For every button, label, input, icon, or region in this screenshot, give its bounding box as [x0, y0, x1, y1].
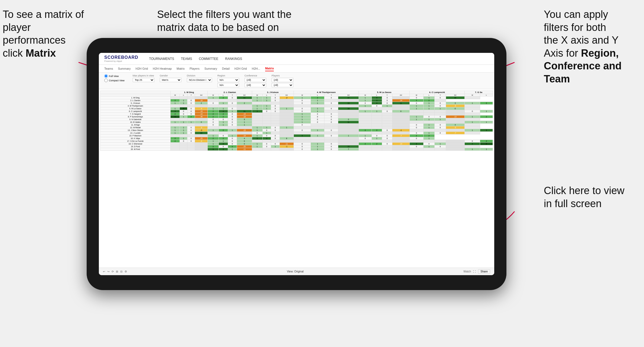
matrix-cell	[279, 134, 294, 137]
matrix-cell	[279, 110, 294, 113]
matrix-cell	[446, 129, 464, 132]
matrix-cell	[338, 140, 359, 143]
matrix-cell: 0	[187, 102, 195, 105]
player-name-cell: 7. G Sargent	[100, 113, 171, 115]
matrix-cell: 1	[423, 126, 434, 129]
matrix-cell	[446, 145, 464, 148]
conference-select1[interactable]: (All)	[245, 78, 266, 82]
subnav-h2h-heatmap[interactable]: H2H Heatmap	[153, 66, 172, 71]
matrix-cell: -6	[195, 126, 208, 129]
matrix-cell	[372, 126, 382, 129]
matrix-cell	[170, 145, 180, 148]
matrix-cell: 0	[187, 110, 195, 113]
matrix-cell: 0	[311, 118, 324, 121]
matrix-cell: 0	[324, 107, 338, 110]
matrix-cell: 2	[480, 115, 493, 118]
matrix-cell	[324, 126, 338, 129]
matrix-cell: 10	[195, 132, 208, 134]
matrix-cell: 0	[324, 148, 338, 151]
matrix-cell: 8	[279, 137, 294, 140]
full-view-radio[interactable]	[104, 74, 108, 78]
redo-icon[interactable]: ↪	[107, 270, 109, 273]
zoom-out-icon[interactable]: ⊟	[120, 270, 122, 273]
matrix-cell: 4	[446, 124, 464, 126]
sh-3-t: T	[271, 94, 279, 97]
matrix-cell: -2	[279, 97, 294, 99]
subnav-players-summary[interactable]: Summary	[204, 66, 217, 71]
matrix-cell: 0	[324, 134, 338, 137]
matrix-cell: 0	[324, 115, 338, 118]
matrix-cell	[279, 99, 294, 102]
nav-tournaments[interactable]: TOURNAMENTS	[149, 56, 174, 61]
matrix-cell: 0	[382, 99, 392, 102]
subnav-players[interactable]: Players	[190, 66, 200, 71]
matrix-cell	[359, 113, 372, 115]
region-select1[interactable]: N/A	[217, 78, 239, 82]
matrix-cell	[271, 118, 279, 121]
annotation-center-text: Select the filters you want the matrix d…	[157, 9, 291, 33]
matrix-cell: -15	[237, 113, 252, 115]
matrix-cell: 1	[435, 118, 446, 121]
matrix-cell: 0	[228, 107, 237, 110]
matrix-cell: 1	[311, 107, 324, 110]
matrix-container[interactable]: 1. W Ding 2. L Clanton 3. J Koivun 4. M …	[99, 89, 494, 268]
players-select2[interactable]: (All)	[272, 83, 293, 87]
matrix-cell: 1	[435, 107, 446, 110]
table-row: 9. N Gabrelcik00091000111	[100, 118, 493, 121]
subnav-h2h-more[interactable]: H2H...	[252, 66, 260, 71]
logo-subtitle: Powered by clippd	[104, 60, 138, 62]
matrix-cell: 1	[423, 137, 434, 140]
subheader-empty	[100, 94, 171, 97]
matrix-cell	[409, 140, 423, 143]
matrix-cell	[324, 124, 338, 126]
matrix-cell: 1	[180, 121, 187, 124]
subnav-summary[interactable]: Summary	[118, 66, 131, 71]
max-players-select[interactable]: Top 25	[133, 78, 154, 82]
matrix-cell	[252, 121, 262, 124]
matrix-cell	[392, 137, 410, 140]
players-select1[interactable]: (All)	[272, 78, 293, 82]
matrix-cell: 0	[228, 137, 237, 140]
matrix-cell	[219, 132, 228, 134]
player-name-cell: 15. P Maichon	[100, 134, 171, 137]
matrix-cell: 1	[252, 105, 262, 107]
nav-rankings[interactable]: RANKINGS	[225, 56, 242, 61]
full-view-option[interactable]: Full View	[104, 74, 125, 78]
matrix-cell	[237, 126, 252, 129]
matrix-cell: 1	[359, 105, 372, 107]
subnav-teams[interactable]: Teams	[104, 66, 113, 71]
max-players-label: Max players in view	[133, 74, 154, 77]
annotation-top-center: Select the filters you want the matrix d…	[157, 8, 298, 34]
gender-select[interactable]: Men's	[160, 78, 181, 82]
nav-committee[interactable]: COMMITTEE	[199, 56, 218, 61]
table-row: 3. J Koivun110201020101304011010312	[100, 102, 493, 105]
settings-icon[interactable]: ⚙	[125, 270, 127, 273]
compact-view-radio[interactable]	[104, 79, 108, 82]
watch-label[interactable]: Watch	[463, 270, 471, 273]
matrix-cell	[262, 140, 271, 143]
matrix-cell: 0	[372, 105, 382, 107]
subnav-matrix-players[interactable]: Matrix	[177, 66, 185, 71]
matrix-cell: 2	[372, 143, 382, 145]
region-select2[interactable]: N/A	[217, 83, 239, 87]
conference-select2[interactable]: (All)	[245, 83, 266, 87]
subnav-h2h-grid2[interactable]: H2H Grid	[235, 66, 247, 71]
matrix-cell: 0	[359, 102, 372, 105]
subnav-detail[interactable]: Detail	[222, 66, 230, 71]
share-button[interactable]: Share	[478, 269, 490, 274]
zoom-in-icon[interactable]: ⊞	[116, 270, 118, 273]
matrix-cell	[279, 118, 294, 121]
subnav-h2h-grid[interactable]: H2H Grid	[135, 66, 148, 71]
fullscreen-icon[interactable]: ⛶	[473, 270, 476, 273]
gender-label: Gender	[160, 74, 181, 77]
matrix-cell	[464, 107, 480, 110]
nav-teams[interactable]: TEAMS	[181, 56, 192, 61]
compact-view-option[interactable]: Compact View	[104, 79, 125, 82]
matrix-cell	[311, 132, 324, 134]
undo-icon[interactable]: ↩	[103, 270, 105, 273]
ann-tr-l4b: Region,	[581, 47, 619, 59]
division-select[interactable]: NCAA Division I	[187, 78, 212, 82]
refresh-icon[interactable]: ⟳	[112, 270, 114, 273]
matrix-cell	[338, 105, 359, 107]
subnav-matrix-active[interactable]: Matrix	[265, 66, 274, 71]
